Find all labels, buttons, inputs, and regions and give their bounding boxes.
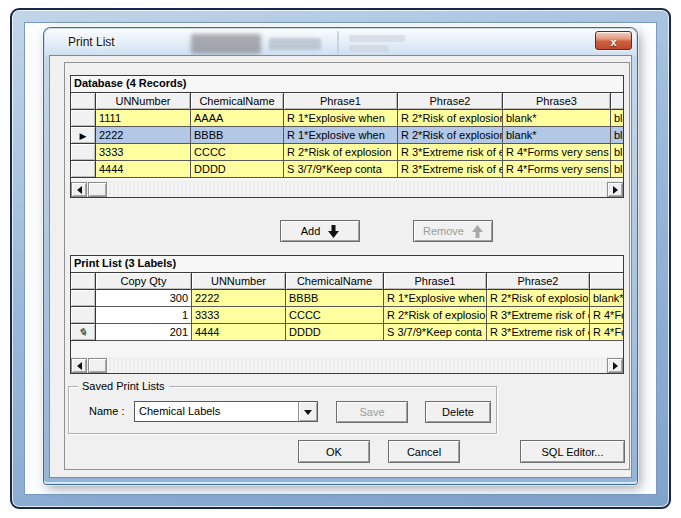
grid-cell[interactable]: R 2*Risk of explosion — [384, 307, 487, 324]
grid-cell[interactable]: 3333 — [96, 144, 191, 161]
column-header[interactable]: Phrase1 — [384, 273, 487, 290]
grid-cell[interactable]: blank* — [611, 144, 624, 161]
row-selector[interactable] — [71, 144, 96, 161]
grid-cell[interactable]: blank* — [590, 290, 624, 307]
grid-cell[interactable]: R 2*Risk of explosion — [398, 127, 503, 144]
grid-cell[interactable]: 4444 — [96, 161, 191, 178]
grid-cell[interactable]: blank* — [611, 127, 624, 144]
row-selector[interactable] — [71, 290, 96, 307]
grid-cell[interactable]: R 1*Explosive when — [284, 127, 398, 144]
close-button[interactable]: x — [595, 31, 632, 50]
grid-cell[interactable]: 1111 — [96, 110, 191, 127]
column-header[interactable]: ChemicalName — [286, 273, 384, 290]
grid-cell[interactable]: BBBB — [286, 290, 384, 307]
grid-cell[interactable]: R 4*Forms very sens — [503, 144, 611, 161]
scroll-right-button[interactable] — [607, 182, 623, 197]
add-button[interactable]: Add — [280, 220, 360, 242]
print-list-name-combobox[interactable]: Chemical Labels — [134, 401, 318, 422]
row-selector-editing[interactable]: ✎ — [71, 324, 96, 341]
remove-button[interactable]: Remove — [413, 220, 493, 242]
column-header[interactable]: UNNumber — [96, 93, 191, 110]
grid-cell[interactable]: CCCC — [286, 307, 384, 324]
dialog-titlebar[interactable]: Print List — [45, 29, 636, 56]
background-window-artifact — [269, 38, 321, 50]
scroll-left-button[interactable] — [71, 358, 87, 373]
grid-cell[interactable]: R 4*Forms very sens — [503, 161, 611, 178]
grid-cell[interactable]: R 1*Explosive when — [284, 110, 398, 127]
combobox-dropdown-button[interactable] — [298, 402, 317, 421]
grid-cell[interactable]: DDDD — [191, 161, 284, 178]
scroll-track[interactable] — [107, 182, 607, 197]
delete-button[interactable]: Delete — [425, 401, 491, 423]
grid-row: ▶2222BBBBR 1*Explosive whenR 2*Risk of e… — [71, 127, 623, 144]
grid-cell[interactable]: R 3*Extreme risk of e — [487, 307, 590, 324]
column-header[interactable]: Copy Qty — [96, 273, 192, 290]
grid-cell[interactable]: S 3/7/9*Keep conta — [384, 324, 487, 341]
save-button[interactable]: Save — [336, 401, 408, 423]
grid-cell[interactable]: R 3*Extreme risk of e — [398, 161, 503, 178]
grid-cell[interactable]: R 2*Risk of explosion — [284, 144, 398, 161]
grid-cell[interactable]: DDDD — [286, 324, 384, 341]
scroll-left-button[interactable] — [71, 182, 87, 197]
grid-cell[interactable]: blank* — [503, 110, 611, 127]
grid-cell[interactable]: AAAA — [191, 110, 284, 127]
grid-cell[interactable]: R 3*Extreme risk of e — [487, 324, 590, 341]
row-selector-header[interactable] — [71, 93, 96, 110]
grid-cell[interactable]: R 3*Extreme risk of e — [398, 144, 503, 161]
row-selector[interactable] — [71, 307, 96, 324]
column-header[interactable]: Phrase2 — [398, 93, 503, 110]
column-header[interactable]: UNNumber — [192, 273, 286, 290]
delete-button-label: Delete — [442, 406, 474, 418]
grid-cell[interactable]: 3333 — [192, 307, 286, 324]
column-header[interactable]: Phrase2 — [487, 273, 590, 290]
edit-pencil-icon: ✎ — [77, 324, 88, 340]
sql-editor-button[interactable]: SQL Editor... — [520, 440, 625, 463]
scroll-track[interactable] — [107, 358, 607, 373]
ok-button[interactable]: OK — [298, 440, 370, 463]
column-header[interactable] — [590, 273, 624, 290]
current-row-arrow-icon: ▶ — [80, 128, 87, 144]
grid-cell[interactable]: CCCC — [191, 144, 284, 161]
grid-cell[interactable]: blank* — [503, 127, 611, 144]
column-header[interactable] — [611, 93, 624, 110]
database-grid: Database (4 Records) UNNumberChemicalNam… — [70, 75, 624, 198]
scroll-right-button[interactable] — [607, 358, 623, 373]
ok-button-label: OK — [326, 446, 342, 458]
grid-row: ✎2014444DDDDS 3/7/9*Keep contaR 3*Extrem… — [71, 324, 623, 341]
grid-cell[interactable]: 300 — [96, 290, 192, 307]
grid-cell[interactable]: R 1*Explosive when — [384, 290, 487, 307]
scroll-thumb[interactable] — [88, 182, 107, 197]
desktop-background: Print List x Database (4 Records) UNNumb… — [0, 0, 681, 518]
grid-cell[interactable]: R 2*Risk of explosion — [487, 290, 590, 307]
print-list-grid-hscrollbar[interactable] — [71, 357, 623, 373]
scroll-left-icon — [77, 362, 82, 370]
grid-cell[interactable]: R 2*Risk of explosion — [398, 110, 503, 127]
grid-cell[interactable]: blank* — [611, 110, 624, 127]
grid-cell[interactable]: 2222 — [96, 127, 191, 144]
grid-cell[interactable]: R 4*Forms very sens — [590, 307, 624, 324]
name-label: Name : — [89, 405, 124, 417]
grid-cell[interactable]: 2222 — [192, 290, 286, 307]
grid-cell[interactable]: S 3/7/9*Keep conta — [284, 161, 398, 178]
column-header[interactable]: ChemicalName — [191, 93, 284, 110]
close-icon: x — [610, 36, 616, 48]
cancel-button[interactable]: Cancel — [388, 440, 460, 463]
remove-up-arrow-icon — [472, 225, 483, 238]
row-selector[interactable] — [71, 161, 96, 178]
row-selector-current[interactable]: ▶ — [71, 127, 96, 144]
grid-cell[interactable]: 201 — [96, 324, 192, 341]
print-list-dialog: Print List x Database (4 Records) UNNumb… — [44, 28, 637, 484]
grid-cell[interactable]: BBBB — [191, 127, 284, 144]
database-grid-hscrollbar[interactable] — [71, 181, 623, 197]
row-selector-header[interactable] — [71, 273, 96, 290]
grid-cell[interactable]: blank* — [611, 161, 624, 178]
scroll-thumb[interactable] — [88, 358, 107, 373]
row-selector[interactable] — [71, 110, 96, 127]
scroll-right-icon — [613, 362, 618, 370]
grid-cell[interactable]: 4444 — [192, 324, 286, 341]
grid-cell[interactable]: 1 — [96, 307, 192, 324]
grid-cell[interactable]: R 4*Forms very sens — [590, 324, 624, 341]
column-header[interactable]: Phrase3 — [503, 93, 611, 110]
sql-editor-button-label: SQL Editor... — [542, 446, 604, 458]
column-header[interactable]: Phrase1 — [284, 93, 398, 110]
